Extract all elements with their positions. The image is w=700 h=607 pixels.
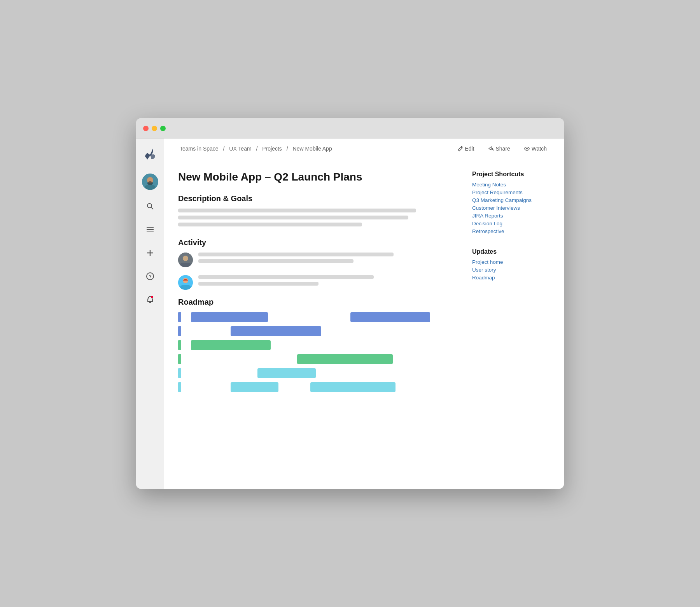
menu-icon[interactable]	[143, 223, 157, 237]
topbar-actions: Edit Share Watch	[454, 144, 550, 153]
topbar: Teams in Space / UX Team / Projects / Ne…	[164, 139, 564, 159]
gantt-track	[183, 368, 449, 378]
svg-point-3	[147, 181, 153, 185]
avatar	[178, 253, 193, 267]
left-sidebar: ?	[136, 139, 164, 489]
watch-button[interactable]: Watch	[521, 144, 550, 153]
gantt-track	[183, 326, 449, 336]
description-content	[178, 209, 449, 226]
roadmap-section: Roadmap	[178, 298, 449, 392]
share-icon	[488, 146, 494, 151]
gantt-bar	[310, 382, 396, 392]
edit-label: Edit	[465, 146, 474, 152]
placeholder-line	[198, 282, 318, 286]
page-title: New Mobile App – Q2 Launch Plans	[178, 171, 449, 183]
page-area: New Mobile App – Q2 Launch Plans Descrip…	[164, 159, 564, 404]
placeholder-line	[178, 216, 408, 219]
update-link[interactable]: Project home	[472, 259, 550, 265]
shortcut-link[interactable]: JIRA Reports	[472, 213, 550, 219]
app-window: ? Teams in Space / UX Team /	[136, 118, 564, 489]
shortcut-link[interactable]: Retrospective	[472, 228, 550, 234]
gantt-track	[183, 340, 449, 350]
svg-point-16	[526, 148, 528, 149]
gantt-marker	[178, 382, 181, 392]
svg-text:?: ?	[149, 274, 151, 279]
main-content: Teams in Space / UX Team / Projects / Ne…	[164, 139, 564, 489]
watch-label: Watch	[532, 146, 547, 152]
shortcut-link[interactable]: Customer Interviews	[472, 205, 550, 211]
edit-button[interactable]: Edit	[454, 144, 477, 153]
gantt-track	[183, 312, 449, 322]
description-heading: Description & Goals	[178, 194, 449, 203]
gantt-row	[178, 368, 449, 378]
traffic-lights	[143, 126, 166, 131]
svg-point-4	[147, 204, 152, 208]
shortcut-link[interactable]: Decision Log	[472, 221, 550, 226]
app-logo[interactable]	[142, 145, 158, 164]
gantt-row	[178, 312, 449, 322]
update-link[interactable]: User story	[472, 267, 550, 273]
svg-rect-22	[180, 285, 191, 290]
maximize-button[interactable]	[160, 126, 166, 131]
avatar	[178, 275, 193, 290]
roadmap-gantt	[178, 312, 449, 392]
placeholder-line	[178, 209, 416, 212]
svg-point-14	[151, 296, 153, 298]
breadcrumb-part-2[interactable]: UX Team	[229, 146, 251, 152]
activity-item	[178, 253, 449, 267]
svg-line-5	[151, 207, 153, 209]
gantt-marker	[178, 368, 181, 378]
gantt-track	[183, 354, 449, 364]
gantt-row	[178, 354, 449, 364]
gantt-bar	[297, 354, 393, 364]
placeholder-line	[198, 253, 394, 256]
shortcut-link[interactable]: Q3 Marketing Campaigns	[472, 197, 550, 203]
help-icon[interactable]: ?	[143, 269, 157, 283]
breadcrumb: Teams in Space / UX Team / Projects / Ne…	[178, 146, 334, 152]
breadcrumb-sep-1: /	[223, 146, 226, 152]
activity-heading: Activity	[178, 238, 449, 247]
gantt-bar	[231, 382, 278, 392]
minimize-button[interactable]	[152, 126, 157, 131]
roadmap-heading: Roadmap	[178, 298, 449, 307]
edit-icon	[457, 146, 463, 151]
shortcut-link[interactable]: Meeting Notes	[472, 182, 550, 188]
gantt-bar	[191, 312, 268, 322]
breadcrumb-part-3[interactable]: Projects	[262, 146, 282, 152]
gantt-bar	[257, 368, 316, 378]
activity-item	[178, 275, 449, 290]
shortcut-link[interactable]: Project Requirements	[472, 189, 550, 195]
titlebar	[136, 118, 564, 139]
page-main: New Mobile App – Q2 Launch Plans Descrip…	[178, 171, 449, 392]
update-link[interactable]: Roadmap	[472, 275, 550, 281]
gantt-marker	[178, 340, 181, 350]
share-label: Share	[495, 146, 510, 152]
placeholder-line	[178, 223, 362, 226]
gantt-row	[178, 326, 449, 336]
gantt-bar	[350, 312, 430, 322]
right-sidebar: Project Shortcuts Meeting Notes Project …	[472, 171, 550, 392]
notifications-icon[interactable]	[143, 293, 157, 307]
app-body: ? Teams in Space / UX Team /	[136, 139, 564, 489]
breadcrumb-part-4[interactable]: New Mobile App	[293, 146, 332, 152]
updates-title: Updates	[472, 248, 550, 255]
breadcrumb-part-1[interactable]: Teams in Space	[180, 146, 219, 152]
updates-group: Updates Project home User story Roadmap	[472, 248, 550, 281]
activity-lines	[198, 253, 449, 263]
placeholder-line	[198, 259, 354, 263]
close-button[interactable]	[143, 126, 149, 131]
placeholder-line	[198, 275, 374, 279]
watch-icon	[524, 146, 530, 151]
svg-point-18	[183, 256, 188, 261]
activity-lines	[198, 275, 449, 286]
gantt-track	[183, 382, 449, 392]
gantt-bar	[231, 326, 321, 336]
gantt-marker	[178, 354, 181, 364]
share-button[interactable]: Share	[485, 144, 513, 153]
add-icon[interactable]	[143, 246, 157, 260]
shortcuts-title: Project Shortcuts	[472, 171, 550, 178]
user-avatar[interactable]	[142, 174, 158, 190]
gantt-row	[178, 382, 449, 392]
search-icon[interactable]	[143, 199, 157, 213]
shortcuts-group: Project Shortcuts Meeting Notes Project …	[472, 171, 550, 234]
